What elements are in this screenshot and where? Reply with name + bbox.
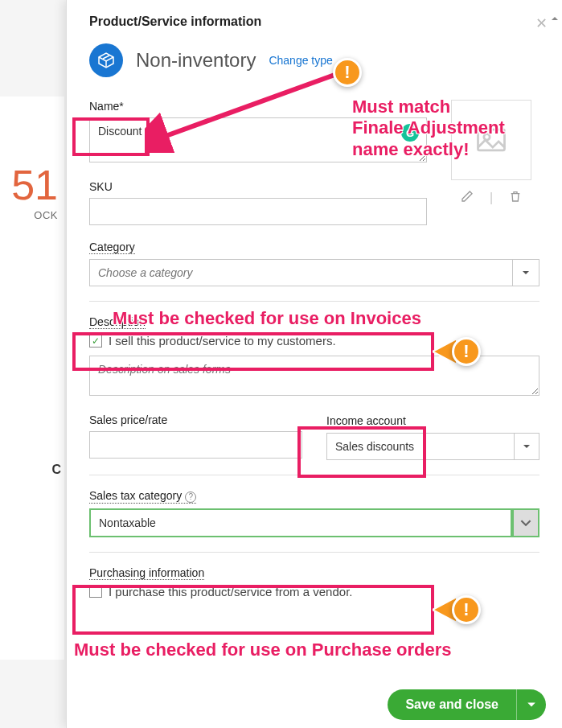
grammarly-icon[interactable]: G — [401, 124, 419, 142]
edit-image-icon[interactable] — [461, 190, 474, 206]
name-label: Name* — [89, 100, 427, 113]
non-inventory-icon — [89, 43, 123, 77]
background-content: 51 OCK C — [0, 97, 64, 660]
sales-price-field: Sales price/rate — [89, 413, 302, 460]
image-placeholder[interactable] — [451, 100, 531, 180]
category-field: Category — [89, 240, 539, 286]
income-account-select[interactable] — [326, 433, 514, 460]
footer-actions: Save and close — [388, 689, 546, 720]
sales-tax-label: Sales tax category? — [89, 489, 196, 504]
divider — [89, 301, 539, 302]
sell-checkbox-label: I sell this product/service to my custom… — [109, 334, 336, 348]
description-section: Description I sell this product/service … — [89, 315, 539, 348]
purchase-checkbox-label: I purchase this product/service from a v… — [109, 585, 352, 598]
name-input[interactable]: Discount — [89, 117, 427, 162]
type-row: Non-inventory Change type — [89, 43, 539, 77]
sku-input[interactable] — [89, 198, 427, 225]
backdrop-letter: C — [0, 463, 64, 477]
description-input[interactable] — [89, 356, 539, 396]
income-account-field: Income account — [326, 413, 539, 460]
panel-title: Product/Service information — [89, 14, 539, 29]
type-name: Non-inventory — [136, 49, 256, 72]
sku-field: SKU — [89, 180, 427, 225]
help-icon[interactable]: ? — [185, 492, 196, 503]
sales-tax-caret[interactable] — [512, 508, 539, 537]
category-label: Category — [89, 241, 135, 254]
separator: | — [490, 191, 493, 205]
sales-price-input[interactable] — [89, 431, 302, 459]
scroll-up-icon[interactable] — [551, 14, 559, 23]
name-field: Name* Discount G — [89, 100, 427, 166]
delete-image-icon[interactable] — [509, 190, 522, 206]
close-icon[interactable]: ✕ — [535, 14, 548, 32]
sales-tax-select[interactable] — [89, 508, 512, 537]
divider-2 — [89, 475, 539, 475]
description-textarea-field — [89, 356, 539, 399]
sku-label: SKU — [89, 180, 427, 193]
save-dropdown-caret[interactable] — [516, 689, 546, 720]
save-and-close-button[interactable]: Save and close — [388, 689, 516, 720]
category-select[interactable] — [89, 259, 512, 286]
sales-price-label: Sales price/rate — [89, 413, 302, 426]
description-label: Description — [89, 315, 146, 329]
purchase-checkbox[interactable] — [89, 585, 102, 598]
change-type-link[interactable]: Change type — [269, 54, 332, 67]
sales-tax-field: Sales tax category? — [89, 488, 539, 537]
backdrop-number: 51 — [0, 161, 64, 209]
backdrop-label: OCK — [0, 209, 64, 221]
income-account-label: Income account — [326, 414, 406, 428]
divider-3 — [89, 552, 539, 553]
purchasing-label: Purchasing information — [89, 566, 204, 580]
purchasing-section: Purchasing information I purchase this p… — [89, 566, 539, 598]
product-service-panel: Product/Service information ✕ Non-invent… — [66, 0, 562, 728]
sell-checkbox[interactable] — [89, 335, 102, 348]
income-account-caret[interactable] — [514, 433, 539, 460]
category-caret[interactable] — [512, 259, 539, 286]
